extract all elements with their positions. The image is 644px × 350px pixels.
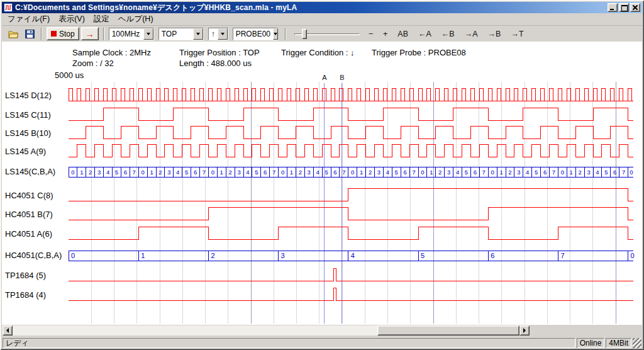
status-ready: レディ [3,338,575,348]
svg-text:5: 5 [421,252,425,259]
toolbar-separator [103,28,104,40]
floppy-save-icon [25,30,35,38]
toolbar-separator [285,28,286,40]
svg-text:5: 5 [115,169,118,176]
window-title: C:¥Documents and Settings¥noname¥デスクトップ¥… [15,3,608,13]
stop-icon [51,31,57,37]
svg-text:4: 4 [316,169,319,176]
minimize-button[interactable] [608,3,618,12]
menu-bar: ファイル(F) 表示(V) 設定 ヘルプ(H) [2,14,642,25]
svg-text:3: 3 [308,169,311,176]
stop-button[interactable]: Stop [47,27,79,40]
trigger-position-combo[interactable]: TOP [158,28,204,40]
arrow-left-icon [4,328,9,333]
chevron-down-icon[interactable] [273,28,278,40]
close-button[interactable] [630,3,640,12]
goto-marker-b-right-button[interactable]: →B [485,28,504,40]
svg-text:0: 0 [142,169,145,176]
run-button[interactable]: → [81,27,99,40]
zoom-slider-thumb[interactable] [302,29,307,39]
svg-text:7: 7 [412,169,415,176]
svg-text:2: 2 [508,169,511,176]
svg-text:4: 4 [176,169,179,176]
svg-text:7: 7 [133,169,136,176]
svg-text:2: 2 [229,169,232,176]
svg-text:5: 5 [604,169,608,176]
svg-text:5: 5 [325,169,328,176]
svg-text:4: 4 [456,169,459,176]
trigger-probe-combo[interactable]: PROBE00 [233,28,278,40]
svg-text:4: 4 [351,252,355,259]
svg-text:4: 4 [106,169,109,176]
svg-text:0: 0 [630,169,633,176]
scroll-left-button[interactable] [3,325,13,336]
chevron-down-icon[interactable] [218,28,228,40]
goto-trigger-button[interactable]: →T [508,28,526,40]
svg-text:1: 1 [141,252,145,259]
svg-text:3: 3 [237,169,240,176]
svg-text:3: 3 [281,252,285,259]
svg-text:6: 6 [613,169,616,176]
svg-text:1: 1 [220,169,223,176]
svg-text:1: 1 [570,169,573,176]
svg-text:7: 7 [203,169,206,176]
chevron-down-icon[interactable] [143,28,153,40]
menu-file[interactable]: ファイル(F) [3,13,54,26]
svg-text:0: 0 [211,169,214,176]
svg-text:4: 4 [246,169,249,176]
svg-text:1: 1 [80,169,83,176]
menu-settings[interactable]: 設定 [89,13,114,26]
svg-text:6: 6 [491,252,494,259]
svg-text:6: 6 [333,169,336,176]
svg-text:2: 2 [438,169,441,176]
app-window: C:¥Documents and Settings¥noname¥デスクトップ¥… [0,0,644,350]
svg-text:6: 6 [543,169,547,176]
svg-text:0: 0 [351,169,354,176]
svg-text:5: 5 [465,169,468,176]
scroll-right-button[interactable] [519,325,530,336]
title-bar[interactable]: C:¥Documents and Settings¥noname¥デスクトップ¥… [2,2,642,13]
horizontal-scrollbar[interactable] [3,325,530,336]
waveform-plot[interactable]: AB01234567012345670123456701234567012345… [2,42,642,325]
chevron-down-icon[interactable] [193,28,203,40]
open-file-button[interactable] [7,27,21,41]
svg-text:1: 1 [360,169,363,176]
run-arrow-icon: → [86,30,94,38]
svg-text:0: 0 [631,252,635,259]
svg-text:3: 3 [97,169,101,176]
trigger-edge-value: ↑ [209,28,218,40]
svg-text:7: 7 [272,169,275,176]
svg-text:2: 2 [369,169,372,176]
zoom-out-button[interactable]: − [365,28,376,40]
zoom-ab-button[interactable]: AB [394,28,411,40]
svg-text:7: 7 [560,252,564,259]
svg-text:2: 2 [579,169,582,176]
save-button[interactable] [23,27,36,41]
sample-clock-combo[interactable]: 100MHz [109,28,154,40]
svg-text:1: 1 [290,169,293,176]
svg-text:A: A [322,74,327,81]
svg-text:3: 3 [447,169,450,176]
maximize-button[interactable] [619,3,629,12]
scrollbar-thumb[interactable] [377,325,519,336]
trigger-position-value: TOP [159,28,179,40]
svg-text:2: 2 [158,169,162,176]
svg-text:6: 6 [194,169,197,176]
goto-marker-b-left-button[interactable]: ←B [438,28,458,40]
menu-view[interactable]: 表示(V) [54,13,89,26]
goto-marker-a-left-button[interactable]: ←A [415,28,435,40]
svg-text:1: 1 [430,169,433,176]
zoom-slider[interactable] [294,28,360,40]
svg-text:0: 0 [71,252,75,259]
trigger-edge-combo[interactable]: ↑ [208,28,228,40]
menu-help[interactable]: ヘルプ(H) [114,13,158,26]
svg-text:5: 5 [535,169,538,176]
svg-text:7: 7 [482,169,486,176]
resize-grip-icon[interactable] [633,338,641,348]
zoom-in-button[interactable]: + [380,28,391,40]
open-folder-icon [8,30,19,38]
svg-text:7: 7 [342,169,345,176]
svg-text:0: 0 [491,169,494,176]
tool-bar: Stop → 100MHz TOP ↑ PROBE00 − + [2,25,642,42]
goto-marker-a-right-button[interactable]: →A [462,28,481,40]
